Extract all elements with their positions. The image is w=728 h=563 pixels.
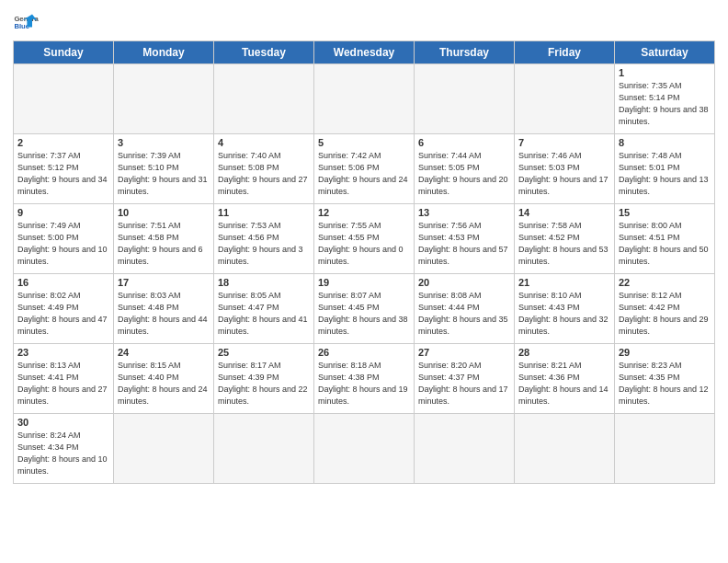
day-info: Sunrise: 8:12 AM Sunset: 4:42 PM Dayligh…	[619, 290, 711, 338]
day-number: 25	[218, 347, 310, 358]
calendar-cell: 26Sunrise: 8:18 AM Sunset: 4:38 PM Dayli…	[314, 344, 415, 414]
day-info: Sunrise: 7:39 AM Sunset: 5:10 PM Dayligh…	[118, 150, 210, 198]
day-info: Sunrise: 8:18 AM Sunset: 4:38 PM Dayligh…	[318, 360, 410, 408]
calendar-cell: 28Sunrise: 8:21 AM Sunset: 4:36 PM Dayli…	[515, 344, 615, 414]
calendar-cell: 4Sunrise: 7:40 AM Sunset: 5:08 PM Daylig…	[214, 134, 314, 204]
calendar-row: 16Sunrise: 8:02 AM Sunset: 4:49 PM Dayli…	[14, 274, 715, 344]
day-number: 17	[118, 277, 210, 288]
day-info: Sunrise: 7:44 AM Sunset: 5:05 PM Dayligh…	[418, 150, 510, 198]
calendar-cell	[314, 64, 415, 134]
day-info: Sunrise: 8:02 AM Sunset: 4:49 PM Dayligh…	[17, 290, 109, 338]
day-number: 20	[418, 277, 510, 288]
day-info: Sunrise: 7:42 AM Sunset: 5:06 PM Dayligh…	[318, 150, 410, 198]
day-number: 18	[218, 277, 310, 288]
calendar-cell: 25Sunrise: 8:17 AM Sunset: 4:39 PM Dayli…	[214, 344, 314, 414]
day-number: 4	[218, 137, 310, 148]
day-number: 7	[518, 137, 610, 148]
calendar-cell: 16Sunrise: 8:02 AM Sunset: 4:49 PM Dayli…	[14, 274, 114, 344]
calendar-cell: 19Sunrise: 8:07 AM Sunset: 4:45 PM Dayli…	[314, 274, 415, 344]
calendar-cell: 14Sunrise: 7:58 AM Sunset: 4:52 PM Dayli…	[515, 204, 615, 274]
day-info: Sunrise: 7:35 AM Sunset: 5:14 PM Dayligh…	[619, 80, 711, 128]
day-info: Sunrise: 7:53 AM Sunset: 4:56 PM Dayligh…	[218, 220, 310, 268]
day-number: 3	[118, 137, 210, 148]
logo: General Blue	[13, 9, 39, 35]
calendar-cell	[515, 64, 615, 134]
calendar-row: 23Sunrise: 8:13 AM Sunset: 4:41 PM Dayli…	[14, 344, 715, 414]
calendar-cell: 1Sunrise: 7:35 AM Sunset: 5:14 PM Daylig…	[615, 64, 715, 134]
calendar-cell: 29Sunrise: 8:23 AM Sunset: 4:35 PM Dayli…	[615, 344, 715, 414]
calendar-cell: 13Sunrise: 7:56 AM Sunset: 4:53 PM Dayli…	[415, 204, 515, 274]
calendar-cell: 2Sunrise: 7:37 AM Sunset: 5:12 PM Daylig…	[14, 134, 114, 204]
day-number: 27	[418, 347, 510, 358]
header: General Blue	[13, 9, 715, 35]
page: General Blue SundayMondayTuesdayWednesda…	[0, 0, 728, 563]
calendar-cell: 20Sunrise: 8:08 AM Sunset: 4:44 PM Dayli…	[415, 274, 515, 344]
day-info: Sunrise: 8:13 AM Sunset: 4:41 PM Dayligh…	[17, 360, 109, 408]
calendar-cell: 30Sunrise: 8:24 AM Sunset: 4:34 PM Dayli…	[14, 414, 114, 484]
day-number: 8	[619, 137, 711, 148]
calendar-cell: 6Sunrise: 7:44 AM Sunset: 5:05 PM Daylig…	[415, 134, 515, 204]
calendar-cell	[415, 64, 515, 134]
day-number: 5	[318, 137, 410, 148]
day-number: 10	[118, 207, 210, 218]
col-header-sunday: Sunday	[14, 41, 114, 64]
calendar-cell	[114, 64, 214, 134]
day-info: Sunrise: 8:00 AM Sunset: 4:51 PM Dayligh…	[619, 220, 711, 268]
day-info: Sunrise: 8:15 AM Sunset: 4:40 PM Dayligh…	[118, 360, 210, 408]
calendar-cell: 27Sunrise: 8:20 AM Sunset: 4:37 PM Dayli…	[415, 344, 515, 414]
calendar-cell: 3Sunrise: 7:39 AM Sunset: 5:10 PM Daylig…	[114, 134, 214, 204]
day-number: 23	[17, 347, 109, 358]
day-number: 30	[17, 417, 109, 428]
calendar-cell: 5Sunrise: 7:42 AM Sunset: 5:06 PM Daylig…	[314, 134, 415, 204]
calendar-cell: 17Sunrise: 8:03 AM Sunset: 4:48 PM Dayli…	[114, 274, 214, 344]
calendar-cell: 23Sunrise: 8:13 AM Sunset: 4:41 PM Dayli…	[14, 344, 114, 414]
calendar-cell: 8Sunrise: 7:48 AM Sunset: 5:01 PM Daylig…	[615, 134, 715, 204]
day-number: 24	[118, 347, 210, 358]
day-number: 21	[518, 277, 610, 288]
day-info: Sunrise: 7:48 AM Sunset: 5:01 PM Dayligh…	[619, 150, 711, 198]
day-info: Sunrise: 8:23 AM Sunset: 4:35 PM Dayligh…	[619, 360, 711, 408]
calendar-cell	[415, 414, 515, 484]
calendar-cell	[515, 414, 615, 484]
day-number: 15	[619, 207, 711, 218]
day-info: Sunrise: 8:24 AM Sunset: 4:34 PM Dayligh…	[17, 430, 109, 477]
day-info: Sunrise: 8:03 AM Sunset: 4:48 PM Dayligh…	[118, 290, 210, 338]
day-info: Sunrise: 7:40 AM Sunset: 5:08 PM Dayligh…	[218, 150, 310, 198]
col-header-wednesday: Wednesday	[314, 41, 415, 64]
day-number: 12	[318, 207, 410, 218]
col-header-thursday: Thursday	[415, 41, 515, 64]
day-info: Sunrise: 7:49 AM Sunset: 5:00 PM Dayligh…	[17, 220, 109, 268]
day-number: 2	[17, 137, 109, 148]
day-info: Sunrise: 7:37 AM Sunset: 5:12 PM Dayligh…	[17, 150, 109, 198]
calendar-row: 2Sunrise: 7:37 AM Sunset: 5:12 PM Daylig…	[14, 134, 715, 204]
calendar-cell: 18Sunrise: 8:05 AM Sunset: 4:47 PM Dayli…	[214, 274, 314, 344]
col-header-tuesday: Tuesday	[214, 41, 314, 64]
day-number: 19	[318, 277, 410, 288]
col-header-saturday: Saturday	[615, 41, 715, 64]
day-number: 22	[619, 277, 711, 288]
calendar-row: 9Sunrise: 7:49 AM Sunset: 5:00 PM Daylig…	[14, 204, 715, 274]
calendar-cell: 11Sunrise: 7:53 AM Sunset: 4:56 PM Dayli…	[214, 204, 314, 274]
day-info: Sunrise: 7:55 AM Sunset: 4:55 PM Dayligh…	[318, 220, 410, 268]
calendar-cell	[214, 64, 314, 134]
calendar-cell: 9Sunrise: 7:49 AM Sunset: 5:00 PM Daylig…	[14, 204, 114, 274]
day-info: Sunrise: 8:20 AM Sunset: 4:37 PM Dayligh…	[418, 360, 510, 408]
day-number: 1	[619, 67, 711, 78]
day-info: Sunrise: 8:10 AM Sunset: 4:43 PM Dayligh…	[518, 290, 610, 338]
day-number: 28	[518, 347, 610, 358]
calendar: SundayMondayTuesdayWednesdayThursdayFrid…	[13, 40, 715, 484]
calendar-row: 1Sunrise: 7:35 AM Sunset: 5:14 PM Daylig…	[14, 64, 715, 134]
day-number: 14	[518, 207, 610, 218]
calendar-cell	[114, 414, 214, 484]
day-number: 6	[418, 137, 510, 148]
calendar-cell	[14, 64, 114, 134]
calendar-cell	[314, 414, 415, 484]
day-number: 13	[418, 207, 510, 218]
day-info: Sunrise: 8:17 AM Sunset: 4:39 PM Dayligh…	[218, 360, 310, 408]
calendar-cell: 21Sunrise: 8:10 AM Sunset: 4:43 PM Dayli…	[515, 274, 615, 344]
day-info: Sunrise: 8:21 AM Sunset: 4:36 PM Dayligh…	[518, 360, 610, 408]
day-number: 26	[318, 347, 410, 358]
calendar-cell: 24Sunrise: 8:15 AM Sunset: 4:40 PM Dayli…	[114, 344, 214, 414]
day-info: Sunrise: 7:46 AM Sunset: 5:03 PM Dayligh…	[518, 150, 610, 198]
day-info: Sunrise: 7:56 AM Sunset: 4:53 PM Dayligh…	[418, 220, 510, 268]
